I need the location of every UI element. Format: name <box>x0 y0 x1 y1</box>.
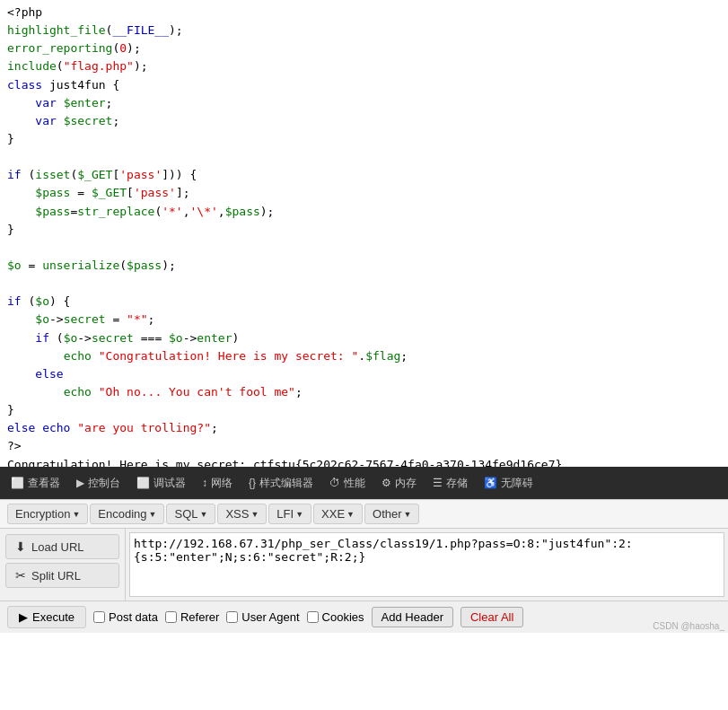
dev-tab-inspector[interactable]: ⬜ 查看器 <box>4 472 67 495</box>
user-agent-label: User Agent <box>241 610 299 624</box>
xss-label: XSS <box>225 507 249 521</box>
load-url-label: Load URL <box>31 540 84 554</box>
split-url-label: Split URL <box>31 569 81 583</box>
menu-encryption[interactable]: Encryption ▼ <box>7 504 88 524</box>
cookies-checkbox[interactable] <box>307 611 319 623</box>
xxe-label: XXE <box>321 507 345 521</box>
menu-sql[interactable]: SQL ▼ <box>166 504 215 524</box>
code-area: <?php highlight_file(__FILE__); error_re… <box>0 0 728 467</box>
performance-icon: ⏱ <box>329 477 340 489</box>
load-url-button[interactable]: ⬇ Load URL <box>5 534 119 559</box>
inspector-icon: ⬜ <box>11 477 24 489</box>
user-agent-checkbox[interactable] <box>226 611 238 623</box>
code-content: <?php highlight_file(__FILE__); error_re… <box>7 4 721 467</box>
inspector-label: 查看器 <box>28 476 60 491</box>
add-header-button[interactable]: Add Header <box>372 607 453 627</box>
style-editor-label: 样式编辑器 <box>259 476 313 491</box>
dev-toolbar: ⬜ 查看器 ▶ 控制台 ⬜ 调试器 ↕ 网络 {} 样式编辑器 ⏱ 性能 ⚙ 内… <box>0 467 728 499</box>
console-icon: ▶ <box>76 477 84 489</box>
hackbar-menu: Encryption ▼ Encoding ▼ SQL ▼ XSS ▼ LFI … <box>0 500 728 529</box>
menu-other[interactable]: Other ▼ <box>364 504 419 524</box>
xss-arrow: ▼ <box>250 510 259 519</box>
cookies-check[interactable]: Cookies <box>307 610 364 624</box>
network-icon: ↕ <box>202 477 207 489</box>
hackbar-footer: ▶ Execute Post data Referer User Agent C… <box>0 600 728 633</box>
dev-tab-network[interactable]: ↕ 网络 <box>195 472 240 495</box>
dev-tab-console[interactable]: ▶ 控制台 <box>69 472 127 495</box>
dev-tab-memory[interactable]: ⚙ 内存 <box>374 472 424 495</box>
dev-tab-accessibility[interactable]: ♿ 无障碍 <box>477 472 540 495</box>
post-data-label: Post data <box>109 610 158 624</box>
other-label: Other <box>373 507 402 521</box>
user-agent-check[interactable]: User Agent <box>226 610 299 624</box>
hackbar-body: ⬇ Load URL ✂ Split URL <box>0 529 728 600</box>
other-arrow: ▼ <box>404 510 412 519</box>
split-url-icon: ✂ <box>15 568 26 583</box>
referer-checkbox[interactable] <box>165 611 177 623</box>
encryption-arrow: ▼ <box>72 510 80 519</box>
storage-label: 存储 <box>446 476 468 491</box>
encoding-label: Encoding <box>98 507 146 521</box>
sql-label: SQL <box>174 507 197 521</box>
dev-tab-performance[interactable]: ⏱ 性能 <box>322 472 373 495</box>
style-editor-icon: {} <box>249 477 256 489</box>
hackbar-url-container <box>126 529 728 600</box>
execute-icon: ▶ <box>19 610 28 624</box>
csdn-watermark: CSDN @haosha_ <box>653 621 724 631</box>
debugger-icon: ⬜ <box>136 477 150 489</box>
menu-xxe[interactable]: XXE ▼ <box>313 504 363 524</box>
menu-xss[interactable]: XSS ▼ <box>217 504 267 524</box>
post-data-check[interactable]: Post data <box>93 610 158 624</box>
dev-tab-style-editor[interactable]: {} 样式编辑器 <box>241 472 320 495</box>
sql-arrow: ▼ <box>200 510 208 519</box>
lfi-label: LFI <box>276 507 294 521</box>
referer-label: Referer <box>180 610 219 624</box>
memory-label: 内存 <box>395 476 417 491</box>
load-url-icon: ⬇ <box>15 539 26 554</box>
encoding-arrow: ▼ <box>149 510 157 519</box>
lfi-arrow: ▼ <box>295 510 303 519</box>
result-text: Congratulation! Here is my secret: ctfst… <box>7 458 562 467</box>
menu-lfi[interactable]: LFI ▼ <box>268 504 311 524</box>
network-label: 网络 <box>211 476 232 491</box>
storage-icon: ☰ <box>433 477 443 489</box>
xxe-arrow: ▼ <box>346 510 355 519</box>
execute-button[interactable]: ▶ Execute <box>7 606 86 628</box>
accessibility-icon: ♿ <box>484 477 497 489</box>
performance-label: 性能 <box>344 476 365 491</box>
execute-label: Execute <box>32 610 75 624</box>
dev-tab-storage[interactable]: ☰ 存储 <box>425 472 475 495</box>
hackbar-buttons: ⬇ Load URL ✂ Split URL <box>0 529 126 600</box>
dev-tab-debugger[interactable]: ⬜ 调试器 <box>129 472 193 495</box>
split-url-button[interactable]: ✂ Split URL <box>5 563 119 588</box>
referer-check[interactable]: Referer <box>165 610 219 624</box>
console-label: 控制台 <box>88 476 120 491</box>
cookies-label: Cookies <box>322 610 364 624</box>
menu-encoding[interactable]: Encoding ▼ <box>90 504 164 524</box>
url-input[interactable] <box>129 532 724 597</box>
encryption-label: Encryption <box>15 507 70 521</box>
hackbar: Encryption ▼ Encoding ▼ SQL ▼ XSS ▼ LFI … <box>0 499 728 633</box>
accessibility-label: 无障碍 <box>501 476 533 491</box>
debugger-label: 调试器 <box>153 476 186 491</box>
post-data-checkbox[interactable] <box>93 611 105 623</box>
clear-all-button[interactable]: Clear All <box>460 607 523 627</box>
memory-icon: ⚙ <box>382 477 391 489</box>
